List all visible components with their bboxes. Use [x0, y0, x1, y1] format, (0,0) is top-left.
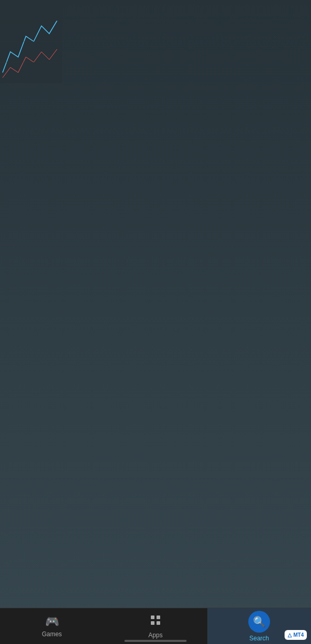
home-indicator — [124, 640, 187, 642]
apps-label: Apps — [148, 632, 162, 639]
video-section: MOBILE TRADING PLATFORMFOR FOREX AND STO… — [0, 347, 311, 461]
svg-rect-25 — [151, 621, 154, 625]
svg-rect-26 — [157, 621, 160, 625]
svg-rect-23 — [151, 616, 154, 619]
games-icon: 🎮 — [45, 615, 59, 628]
games-label: Games — [42, 631, 62, 638]
nav-games[interactable]: 🎮 Games — [0, 608, 104, 644]
content: Sponsored ⋮ FBS FBS – Trading Broker FBS… — [0, 32, 311, 599]
apps-icon — [149, 614, 162, 629]
search-nav-icon: 🔍 — [253, 616, 266, 628]
search-nav-bg: 🔍 — [248, 611, 270, 633]
nav-apps[interactable]: Apps — [104, 608, 207, 644]
svg-rect-24 — [157, 616, 160, 619]
video-thumbnail-2[interactable]: △ MT4 — [179, 352, 252, 456]
bottom-nav: 🎮 Games Apps 🔍 Search — [0, 608, 311, 644]
search-label: Search — [249, 635, 269, 642]
